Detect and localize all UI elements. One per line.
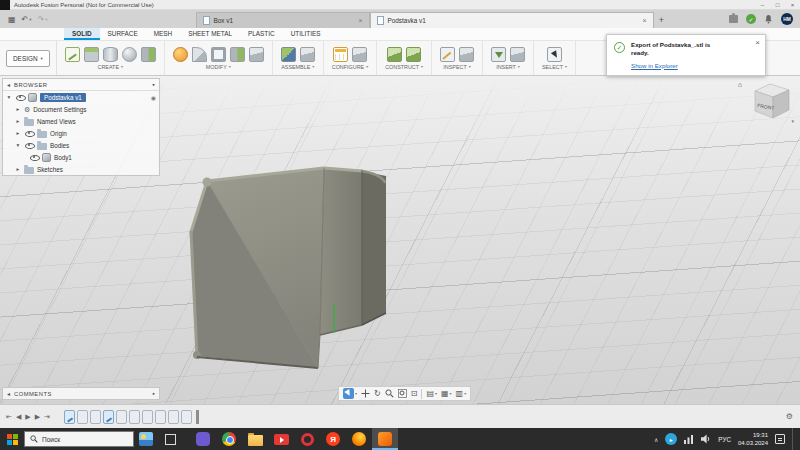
- task-view-button[interactable]: [158, 428, 182, 450]
- discord-app-button[interactable]: [190, 428, 216, 450]
- timeline-end-marker[interactable]: [196, 410, 199, 424]
- taskbar-search[interactable]: Поиск: [24, 431, 134, 447]
- go-to-start-button[interactable]: ⇤: [6, 413, 12, 421]
- viewport-canvas[interactable]: ◂ BROWSER ● ▾ Podstavka v1 ◉ ▸ ⚙ Documen…: [0, 76, 800, 404]
- opera-app-button[interactable]: [294, 428, 320, 450]
- timeline-feature-icon[interactable]: [116, 410, 127, 424]
- insert-derive-icon[interactable]: [510, 47, 525, 62]
- job-status-icon[interactable]: ✓: [746, 14, 756, 24]
- extrude-icon[interactable]: [84, 47, 99, 62]
- shell-icon[interactable]: [211, 47, 226, 62]
- maximize-button[interactable]: □: [770, 0, 785, 10]
- viewports-menu[interactable]: ▥▾: [456, 389, 467, 398]
- chrome-app-button[interactable]: [216, 428, 242, 450]
- start-button[interactable]: [0, 428, 24, 450]
- chevron-down-icon[interactable]: ▾: [121, 64, 123, 69]
- panel-handle-icon[interactable]: ●: [152, 82, 155, 87]
- visibility-eye-icon[interactable]: [24, 129, 34, 138]
- extensions-icon[interactable]: [729, 15, 738, 23]
- hidden-icons-chevron[interactable]: ∧: [654, 436, 658, 443]
- tab-close-icon[interactable]: ×: [642, 17, 646, 24]
- timeline-feature-icon[interactable]: [142, 410, 153, 424]
- timeline-feature-icon[interactable]: [77, 410, 88, 424]
- visibility-eye-icon[interactable]: [15, 93, 25, 102]
- zoom-tool[interactable]: [385, 389, 394, 398]
- step-forward-button[interactable]: ▶: [35, 413, 40, 421]
- ribbon-tab-surface[interactable]: SURFACE: [100, 28, 146, 40]
- display-settings-menu[interactable]: ▤▾: [426, 389, 437, 398]
- telegram-tray-icon[interactable]: ▸: [665, 433, 677, 445]
- chevron-down-icon[interactable]: ▾: [229, 64, 231, 69]
- tab-close-icon[interactable]: ×: [358, 17, 362, 24]
- chevron-down-icon[interactable]: ▾: [565, 64, 567, 69]
- expander-icon[interactable]: ▾: [6, 94, 12, 100]
- select-tool[interactable]: ▾: [343, 388, 357, 399]
- select-tool-icon[interactable]: [547, 47, 562, 62]
- step-back-button[interactable]: ◀: [16, 413, 21, 421]
- expander-icon[interactable]: ▸: [15, 166, 21, 172]
- expander-icon[interactable]: ▸: [15, 118, 21, 124]
- timeline-sketch-icon[interactable]: [103, 410, 114, 424]
- minimize-button[interactable]: –: [755, 0, 770, 10]
- ribbon-tab-plastic[interactable]: PLASTIC: [240, 28, 283, 40]
- chevron-down-icon[interactable]: ▾: [355, 391, 357, 396]
- redo-button[interactable]: ↷▾: [38, 15, 48, 24]
- expander-icon[interactable]: ▾: [15, 142, 21, 148]
- visibility-eye-icon[interactable]: [29, 153, 39, 162]
- joint-icon[interactable]: [300, 47, 315, 62]
- timeline-feature-icon[interactable]: [181, 410, 192, 424]
- ribbon-tab-mesh[interactable]: MESH: [146, 28, 180, 40]
- action-center-icon[interactable]: [775, 434, 785, 444]
- fillet-icon[interactable]: [192, 47, 207, 62]
- ribbon-tab-solid[interactable]: SOLID: [64, 28, 100, 40]
- chevron-down-icon[interactable]: ▾: [469, 64, 471, 69]
- language-indicator[interactable]: РУС: [718, 436, 731, 443]
- comments-bar[interactable]: ◂ COMMENTS ●: [2, 387, 160, 400]
- timeline-feature-icon[interactable]: [168, 410, 179, 424]
- construction-plane-icon[interactable]: [387, 47, 402, 62]
- measure-icon[interactable]: [440, 47, 455, 62]
- sweep-icon[interactable]: [122, 47, 137, 62]
- orbit-tool[interactable]: ↻: [374, 389, 381, 398]
- primitive-box-icon[interactable]: [141, 47, 156, 62]
- chevron-down-icon[interactable]: ▾: [312, 64, 314, 69]
- go-to-end-button[interactable]: ⇥: [44, 413, 50, 421]
- ribbon-tab-sheet-metal[interactable]: SHEET METAL: [180, 28, 240, 40]
- browser-row-document-settings[interactable]: ▸ ⚙ Document Settings: [3, 103, 159, 115]
- section-analysis-icon[interactable]: [459, 47, 474, 62]
- firefox-app-button[interactable]: [346, 428, 372, 450]
- browser-root-label[interactable]: Podstavka v1: [40, 93, 86, 102]
- configuration-icon[interactable]: [352, 47, 367, 62]
- file-explorer-button[interactable]: [242, 428, 268, 450]
- home-icon[interactable]: ⌂: [738, 81, 742, 88]
- viewcube-menu-icon[interactable]: ▾: [791, 118, 794, 124]
- media-app-button[interactable]: [268, 428, 294, 450]
- close-button[interactable]: ×: [785, 0, 800, 10]
- timeline-feature-icon[interactable]: [129, 410, 140, 424]
- configuration-table-icon[interactable]: [333, 47, 348, 62]
- show-desktop-strip[interactable]: [792, 428, 796, 450]
- chevron-down-icon[interactable]: ▾: [421, 64, 423, 69]
- tab-box-v1[interactable]: Box v1 ×: [196, 12, 370, 28]
- insert-mesh-icon[interactable]: [491, 47, 506, 62]
- volume-icon[interactable]: [701, 434, 711, 444]
- press-pull-icon[interactable]: [173, 47, 188, 62]
- viewcube-cube[interactable]: FRONT: [749, 78, 795, 122]
- create-sketch-icon[interactable]: [65, 47, 80, 62]
- toast-close-icon[interactable]: ×: [755, 38, 760, 47]
- combine-icon[interactable]: [230, 47, 245, 62]
- browser-root-row[interactable]: ▾ Podstavka v1 ◉: [3, 91, 159, 103]
- panel-handle-icon[interactable]: ●: [152, 391, 155, 396]
- browser-row-named-views[interactable]: ▸ Named Views: [3, 115, 159, 127]
- taskbar-clock[interactable]: 19:31 04.03.2024: [738, 431, 768, 447]
- zoom-window-tool[interactable]: [398, 389, 407, 398]
- activate-component-radio-icon[interactable]: ◉: [151, 94, 156, 101]
- construction-axis-icon[interactable]: [406, 47, 421, 62]
- browser-row-sketches[interactable]: ▸ Sketches: [3, 163, 159, 175]
- user-avatar[interactable]: HM: [781, 13, 793, 25]
- browser-row-body1[interactable]: Body1: [3, 151, 159, 163]
- browser-row-bodies[interactable]: ▾ Bodies: [3, 139, 159, 151]
- revolve-icon[interactable]: [103, 47, 118, 62]
- new-tab-button[interactable]: +: [654, 12, 670, 28]
- chevron-down-icon[interactable]: ▾: [366, 64, 368, 69]
